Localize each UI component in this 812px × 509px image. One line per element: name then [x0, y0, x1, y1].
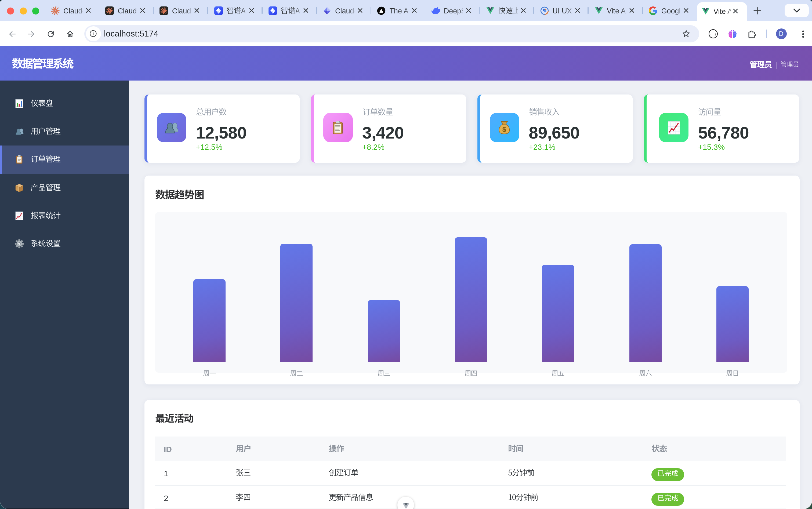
svg-text:{...}: {...}: [710, 32, 716, 36]
svg-text:$: $: [502, 125, 506, 133]
